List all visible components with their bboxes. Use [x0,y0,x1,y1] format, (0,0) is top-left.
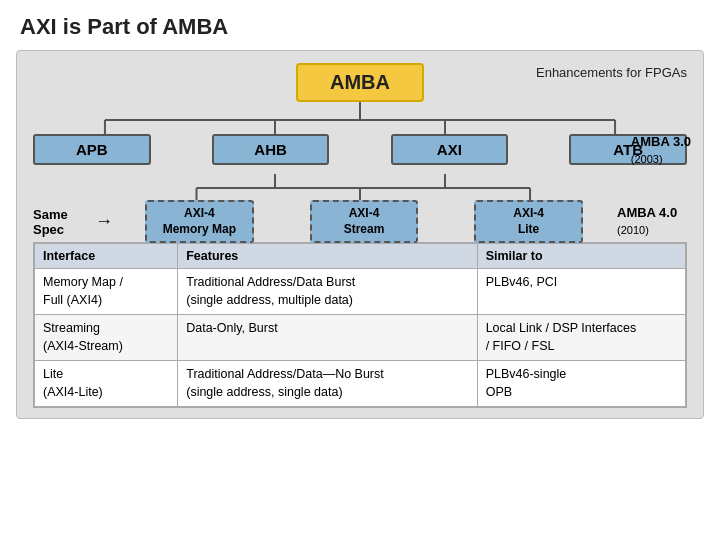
box-axi4-mm: AXI-4Memory Map [145,200,254,243]
cell-interface-2: Lite(AXI4-Lite) [35,361,178,407]
col-header-features: Features [178,244,477,269]
cell-similar-0: PLBv46, PCI [477,269,685,315]
arrow-icon: → [95,211,113,232]
table-section: Interface Features Similar to Memory Map… [33,242,687,408]
amba-box: AMBA [296,63,424,102]
cell-features-0: Traditional Address/Data Burst(single ad… [178,269,477,315]
amba30-label: AMBA 3.0 (2003) [631,134,691,168]
box-apb: APB [33,134,151,165]
amba40-label: AMBA 4.0 (2010) [617,205,687,239]
box-axi4-stream: AXI-4Stream [310,200,419,243]
cell-similar-2: PLBv46-singleOPB [477,361,685,407]
table-row: Memory Map /Full (AXI4) Traditional Addr… [35,269,686,315]
cell-features-2: Traditional Address/Data—No Burst(single… [178,361,477,407]
cell-interface-1: Streaming(AXI4-Stream) [35,315,178,361]
diagram-area: Enhancements for FPGAs AMBA [33,63,687,232]
col-header-interface: Interface [35,244,178,269]
same-spec-label: Same Spec → [33,207,113,237]
cell-features-1: Data-Only, Burst [178,315,477,361]
table-row: Streaming(AXI4-Stream) Data-Only, Burst … [35,315,686,361]
box-axi: AXI [391,134,509,165]
cell-similar-1: Local Link / DSP Interfaces/ FIFO / FSL [477,315,685,361]
enhancements-label: Enhancements for FPGAs [536,65,687,80]
cell-interface-0: Memory Map /Full (AXI4) [35,269,178,315]
col-header-similar: Similar to [477,244,685,269]
table-row: Lite(AXI4-Lite) Traditional Address/Data… [35,361,686,407]
page-title: AXI is Part of AMBA [0,0,720,50]
box-ahb: AHB [212,134,330,165]
box-axi4-lite: AXI-4Lite [474,200,583,243]
main-container: Enhancements for FPGAs AMBA [16,50,704,419]
